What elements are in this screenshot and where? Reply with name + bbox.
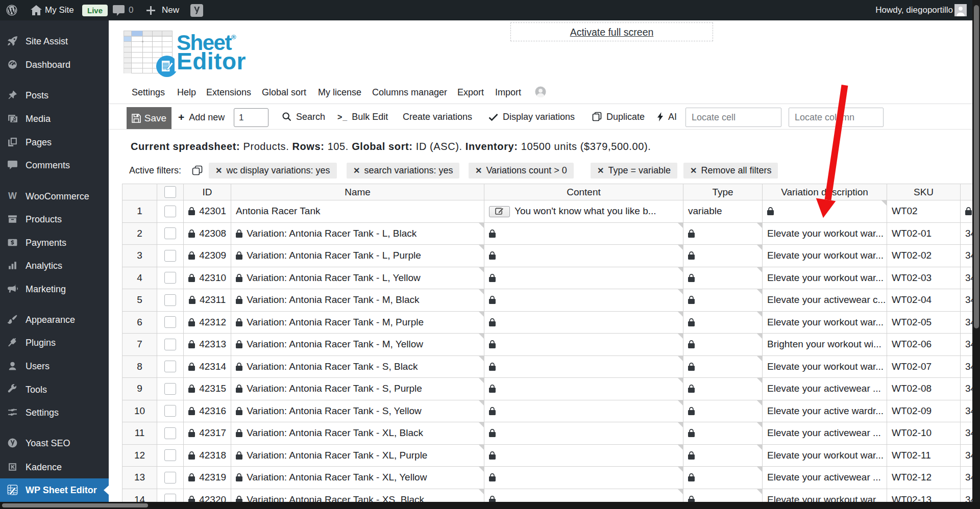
svg-text:W: W: [8, 191, 17, 201]
